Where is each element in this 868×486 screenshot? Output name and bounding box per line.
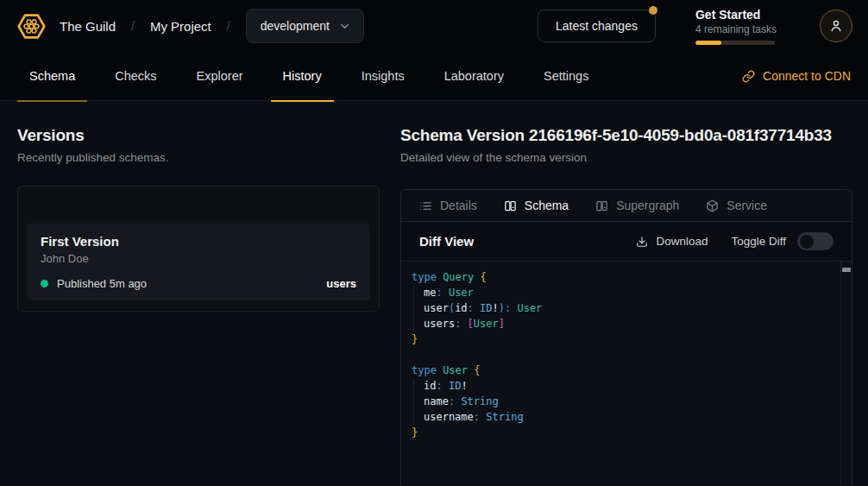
tab-service[interactable]: Service <box>706 199 767 212</box>
get-started-progress-track <box>695 41 775 45</box>
nav-tab-label: Checks <box>115 69 156 83</box>
get-started-subtitle: 4 remaining tasks <box>695 23 777 35</box>
schema-version-title: Schema Version 2166196f-5e10-4059-bd0a-0… <box>400 126 852 145</box>
link-icon <box>742 70 755 83</box>
latest-changes-label: Latest changes <box>556 19 638 33</box>
download-label: Download <box>656 235 708 248</box>
top-bar: The Guild / My Project / development Lat… <box>0 0 868 52</box>
version-status-row: Published 5m ago users <box>41 277 356 290</box>
tab-label: Supergraph <box>616 199 679 212</box>
breadcrumb-project[interactable]: My Project <box>150 19 211 34</box>
columns-icon <box>595 199 608 212</box>
schema-detail-container: Details Schema Supergraph <box>400 189 852 486</box>
versions-subtitle: Recently published schemas. <box>17 151 380 164</box>
nav-tab-label: Explorer <box>197 69 243 83</box>
nav-tab-checks[interactable]: Checks <box>103 52 168 101</box>
user-icon <box>828 18 844 34</box>
get-started-widget[interactable]: Get Started 4 remaining tasks <box>695 8 777 45</box>
nav-tab-label: Settings <box>544 69 588 83</box>
nav-tab-explorer[interactable]: Explorer <box>185 52 255 101</box>
tab-details[interactable]: Details <box>419 199 477 212</box>
version-card[interactable]: First Version John Doe Published 5m ago … <box>27 224 370 300</box>
connect-to-cdn-link[interactable]: Connect to CDN <box>742 69 851 83</box>
code-scrollbar <box>840 262 852 486</box>
breadcrumb-separator: / <box>227 19 230 33</box>
nav-tab-schema[interactable]: Schema <box>17 52 87 101</box>
hive-logo-icon[interactable] <box>16 10 47 42</box>
notification-dot <box>649 6 657 15</box>
avatar-button[interactable] <box>820 9 852 42</box>
diff-header: Diff View Download Toggle Diff <box>401 222 852 262</box>
code-scrollbar-thumb[interactable] <box>842 268 851 272</box>
nav-tab-history[interactable]: History <box>271 52 334 101</box>
toggle-diff-label: Toggle Diff <box>731 235 786 248</box>
versions-title: Versions <box>17 126 380 145</box>
version-author: John Doe <box>41 252 356 265</box>
nav-tab-insights[interactable]: Insights <box>349 52 417 101</box>
environment-selector[interactable]: development <box>246 9 364 43</box>
cube-icon <box>706 199 719 212</box>
latest-changes-button[interactable]: Latest changes <box>538 9 656 42</box>
service-badge: users <box>326 277 356 290</box>
main-content: Versions Recently published schemas. Fir… <box>0 101 868 486</box>
diff-actions: Download Toggle Diff <box>636 232 833 250</box>
list-icon <box>419 199 432 212</box>
nav-tab-settings[interactable]: Settings <box>531 52 601 101</box>
tab-schema[interactable]: Schema <box>504 199 569 212</box>
diff-view-title: Diff View <box>419 234 474 249</box>
breadcrumb-org[interactable]: The Guild <box>60 19 116 34</box>
versions-panel: Versions Recently published schemas. Fir… <box>17 126 380 486</box>
nav-tab-label: Insights <box>362 69 405 83</box>
detail-tabs: Details Schema Supergraph <box>401 190 852 222</box>
published-dot <box>41 280 48 287</box>
schema-code-viewer: type Query {me: Useruser(id: ID!): Useru… <box>401 262 852 486</box>
connect-to-cdn-label: Connect to CDN <box>763 69 851 83</box>
breadcrumb: The Guild / My Project / <box>60 19 230 34</box>
nav-tab-label: Laboratory <box>444 69 504 83</box>
columns-icon <box>504 199 517 212</box>
primary-nav: Schema Checks Explorer History Insights … <box>0 52 868 101</box>
toggle-diff-switch[interactable] <box>797 232 833 250</box>
chevron-down-icon <box>338 20 351 33</box>
toggle-diff-control: Toggle Diff <box>731 232 833 250</box>
download-icon <box>636 236 648 248</box>
schema-version-panel: Schema Version 2166196f-5e10-4059-bd0a-0… <box>400 126 852 486</box>
environment-selector-value: development <box>261 19 330 33</box>
tab-label: Service <box>726 199 767 212</box>
toggle-knob <box>800 235 814 249</box>
versions-list: First Version John Doe Published 5m ago … <box>17 186 380 312</box>
get-started-title: Get Started <box>695 8 777 22</box>
tab-label: Details <box>440 199 477 212</box>
schema-version-subtitle: Detailed view of the schema version <box>400 151 852 164</box>
tab-supergraph[interactable]: Supergraph <box>595 199 679 212</box>
nav-tab-label: History <box>283 69 322 83</box>
breadcrumb-separator: / <box>131 19 135 33</box>
download-button[interactable]: Download <box>636 235 708 248</box>
code-block: type Query {me: Useruser(id: ID!): Useru… <box>412 269 829 440</box>
nav-tab-laboratory[interactable]: Laboratory <box>432 52 516 101</box>
tab-label: Schema <box>525 199 569 212</box>
nav-tab-label: Schema <box>29 69 75 83</box>
version-name: First Version <box>41 234 356 249</box>
get-started-progress-fill <box>695 41 721 45</box>
version-status: Published 5m ago <box>57 277 147 290</box>
